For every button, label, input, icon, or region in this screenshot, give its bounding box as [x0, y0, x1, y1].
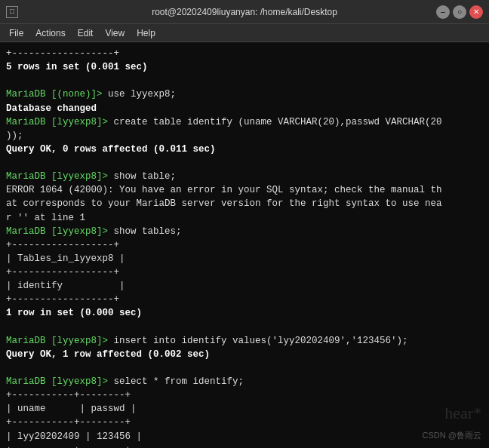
titlebar-controls: – ○ ✕	[436, 5, 483, 19]
line-error1: ERROR 1064 (42000): You have an error in…	[6, 183, 483, 197]
line-thead: | uname | passwd |	[6, 402, 483, 416]
menu-view[interactable]: View	[99, 26, 131, 40]
line-blank1	[6, 74, 483, 87]
line-sep2: +------------------+	[6, 238, 483, 252]
window-icon: □	[6, 6, 18, 18]
line-sep7: +-----------+--------+	[6, 443, 483, 448]
line-rows1: 5 rows in set (0.001 sec)	[6, 60, 483, 74]
watermark2: CSDN @鲁雨云	[423, 430, 481, 442]
line-sep1: +------------------+	[6, 47, 483, 60]
line-select: MariaDB [lyyexp8]> select * from identif…	[6, 375, 483, 388]
minimize-button[interactable]: –	[436, 5, 450, 19]
menu-help[interactable]: Help	[131, 26, 161, 40]
line-sep3: +------------------+	[6, 265, 483, 279]
line-dbchanged: Database changed	[6, 102, 483, 115]
menu-file[interactable]: File	[3, 26, 29, 40]
line-blank3	[6, 321, 483, 334]
line-showtable: MariaDB [lyyexp8]> show table;	[6, 170, 483, 183]
line-error2: at corresponds to your MariaDB server ve…	[6, 197, 483, 210]
menu-actions[interactable]: Actions	[29, 26, 71, 40]
line-sep4: +------------------+	[6, 293, 483, 306]
line-trow3: | lyy20202409 | 123456 |	[6, 430, 483, 443]
line-showtables: MariaDB [lyyexp8]> show tables;	[6, 225, 483, 238]
line-blank2	[6, 156, 483, 170]
titlebar-left: □	[6, 6, 18, 18]
line-create2: ));	[6, 129, 483, 143]
titlebar: □ root@20202409liuyanyan: /home/kali/Des…	[0, 0, 489, 24]
line-trow1: | Tables_in_lyyexp8 |	[6, 252, 483, 265]
terminal[interactable]: +------------------+ 5 rows in set (0.00…	[0, 42, 489, 448]
menubar: File Actions Edit View Help	[0, 24, 489, 42]
watermark: hear*	[444, 401, 481, 425]
line-rows2: 1 row in set (0.000 sec)	[6, 306, 483, 320]
line-query2: Query OK, 1 row affected (0.002 sec)	[6, 348, 483, 361]
line-error3: r '' at line 1	[6, 211, 483, 225]
line-create1: MariaDB [lyyexp8]> create table identify…	[6, 115, 483, 129]
line-insert: MariaDB [lyyexp8]> insert into identify …	[6, 334, 483, 348]
close-button[interactable]: ✕	[469, 5, 483, 19]
line-sep6: +-----------+--------+	[6, 416, 483, 429]
titlebar-title: root@20202409liuyanyan: /home/kali/Deskt…	[152, 7, 337, 17]
menu-edit[interactable]: Edit	[72, 26, 100, 40]
maximize-button[interactable]: ○	[453, 5, 466, 19]
line-query1: Query OK, 0 rows affected (0.011 sec)	[6, 143, 483, 156]
line-blank4	[6, 361, 483, 375]
line-trow2: | identify |	[6, 279, 483, 293]
line-sep5: +-----------+--------+	[6, 388, 483, 402]
line-use: MariaDB [(none)]> use lyyexp8;	[6, 87, 483, 101]
